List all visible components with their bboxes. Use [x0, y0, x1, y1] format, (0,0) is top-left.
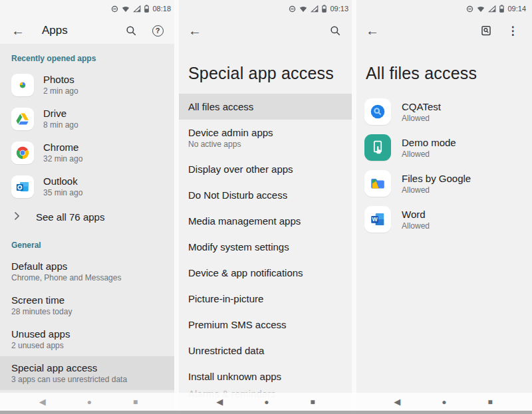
- nav-recents-icon[interactable]: ■: [133, 398, 138, 406]
- item-title: Media management apps: [188, 215, 301, 227]
- menu-item-do-not-disturb-access[interactable]: Do Not Disturb access: [177, 182, 354, 208]
- google-drive-icon: [11, 108, 34, 130]
- panel-divider: [352, 0, 356, 411]
- files-by-google-icon: [364, 170, 391, 197]
- signal-icon: [133, 5, 141, 13]
- app-last-used: 2 min ago: [43, 86, 78, 96]
- search-icon[interactable]: [327, 23, 343, 39]
- app-row-demo-mode[interactable]: Demo mode Allowed: [354, 130, 532, 165]
- app-bar: ←: [177, 17, 354, 44]
- permission-status: Allowed: [402, 113, 441, 124]
- list-item-drive[interactable]: Drive 8 min ago: [0, 102, 177, 136]
- nav-home-icon[interactable]: ●: [264, 398, 269, 406]
- signal-icon: [311, 5, 319, 13]
- menu-item-premium-sms-access[interactable]: Premium SMS access: [177, 312, 354, 338]
- menu-item-display-over-other-apps[interactable]: Display over other apps: [177, 156, 354, 182]
- status-time: 08:18: [152, 5, 171, 13]
- help-icon[interactable]: ?: [150, 23, 166, 39]
- battery-icon: [322, 5, 327, 13]
- item-title: Unrestricted data: [188, 345, 264, 356]
- see-all-label: See all 76 apps: [36, 211, 104, 223]
- panel-apps: 08:18 ← Apps ? Recently opened apps Phot…: [0, 0, 177, 414]
- app-name: Drive: [43, 107, 78, 120]
- chevron-right-icon: [14, 211, 20, 223]
- app-bar: ← ⋮: [354, 17, 532, 44]
- app-name: Demo mode: [402, 136, 456, 149]
- item-title: Screen time: [11, 294, 166, 306]
- settings-item-unused-apps[interactable]: Unused apps 2 unused apps: [0, 322, 177, 356]
- overflow-menu-icon[interactable]: ⋮: [505, 23, 521, 39]
- nav-recents-icon[interactable]: ■: [311, 398, 315, 406]
- page-title: Apps: [42, 24, 68, 37]
- app-name: Files by Google: [402, 172, 471, 185]
- item-title: Modify system settings: [188, 241, 289, 253]
- nav-home-icon[interactable]: ●: [87, 398, 92, 406]
- wifi-icon: [122, 5, 130, 13]
- list-item-outlook[interactable]: Outlook 35 min ago: [0, 169, 177, 203]
- status-bar: 09:14: [354, 0, 532, 17]
- menu-item-all-files-access[interactable]: All files access: [177, 94, 354, 120]
- wifi-icon: [477, 5, 485, 13]
- back-icon[interactable]: ←: [188, 24, 201, 37]
- app-row-cqatest[interactable]: CQATest Allowed: [354, 94, 532, 130]
- screen-bottom-strip: [0, 411, 532, 414]
- settings-item-special-app-access[interactable]: Special app access 3 apps can use unrest…: [0, 356, 177, 390]
- app-name: Photos: [43, 73, 78, 86]
- permission-status: Allowed: [402, 221, 430, 231]
- menu-item-modify-system-settings[interactable]: Modify system settings: [177, 234, 354, 260]
- item-title: Default apps: [11, 260, 166, 272]
- data-saver-icon: [111, 5, 118, 13]
- app-row-word[interactable]: W Word Allowed: [354, 201, 532, 237]
- section-header-recent: Recently opened apps: [0, 44, 177, 68]
- item-title: Device & app notifications: [188, 267, 303, 278]
- item-subtitle: Chrome, Phone and Messages: [11, 272, 166, 283]
- back-icon[interactable]: ←: [11, 24, 25, 37]
- page-title: All files access: [354, 44, 532, 94]
- nav-back-icon[interactable]: ◀: [216, 397, 223, 406]
- search-icon[interactable]: [123, 23, 139, 39]
- chrome-icon: [11, 142, 34, 164]
- item-subtitle: 28 minutes today: [11, 306, 166, 317]
- status-time: 09:13: [330, 5, 348, 13]
- menu-item-install-unknown-apps[interactable]: Install unknown apps: [177, 363, 354, 389]
- wifi-icon: [299, 5, 307, 13]
- menu-item-device-and-app-notifications[interactable]: Device & app notifications: [177, 260, 354, 286]
- nav-back-icon[interactable]: ◀: [394, 397, 400, 406]
- google-photos-icon: [11, 74, 34, 96]
- status-time: 09:14: [507, 5, 526, 13]
- app-row-files-by-google[interactable]: Files by Google Allowed: [354, 165, 532, 201]
- app-last-used: 35 min ago: [43, 187, 82, 198]
- outlook-icon: [11, 175, 34, 198]
- menu-item-media-management-apps[interactable]: Media management apps: [177, 208, 354, 234]
- item-subtitle: 2 unused apps: [11, 340, 166, 351]
- app-name: Outlook: [43, 175, 82, 187]
- menu-item-picture-in-picture[interactable]: Picture-in-picture: [177, 286, 354, 312]
- section-header-general: General: [0, 231, 177, 255]
- item-title: Unused apps: [11, 328, 166, 340]
- panel-special-app-access: 09:13 ← Special app access All files acc…: [177, 0, 354, 414]
- back-icon[interactable]: ←: [366, 24, 379, 37]
- nav-recents-icon[interactable]: ■: [488, 398, 493, 406]
- navigation-bar: ◀ ● ■: [0, 393, 177, 411]
- menu-item-unrestricted-data[interactable]: Unrestricted data: [177, 338, 354, 363]
- app-name: Word: [402, 208, 430, 221]
- settings-item-screen-time[interactable]: Screen time 28 minutes today: [0, 288, 177, 322]
- see-all-apps-button[interactable]: See all 76 apps: [0, 203, 177, 231]
- list-item-photos[interactable]: Photos 2 min ago: [0, 68, 177, 102]
- panel-divider: [174, 0, 179, 411]
- find-in-page-icon[interactable]: [478, 23, 494, 39]
- settings-item-default-apps[interactable]: Default apps Chrome, Phone and Messages: [0, 255, 177, 288]
- item-title: Display over other apps: [188, 163, 293, 175]
- navigation-bar: ◀ ● ■: [354, 393, 532, 411]
- svg-text:W: W: [372, 216, 378, 223]
- permission-status: Allowed: [402, 185, 471, 195]
- item-title: Premium SMS access: [188, 319, 287, 330]
- item-title: Install unknown apps: [188, 371, 281, 382]
- nav-back-icon[interactable]: ◀: [39, 397, 46, 406]
- data-saver-icon: [289, 5, 296, 13]
- battery-icon: [499, 5, 504, 13]
- list-item-chrome[interactable]: Chrome 32 min ago: [0, 136, 177, 169]
- menu-item-device-admin-apps[interactable]: Device admin apps No active apps: [177, 120, 354, 156]
- nav-home-icon[interactable]: ●: [442, 398, 446, 406]
- app-name: CQATest: [402, 100, 441, 113]
